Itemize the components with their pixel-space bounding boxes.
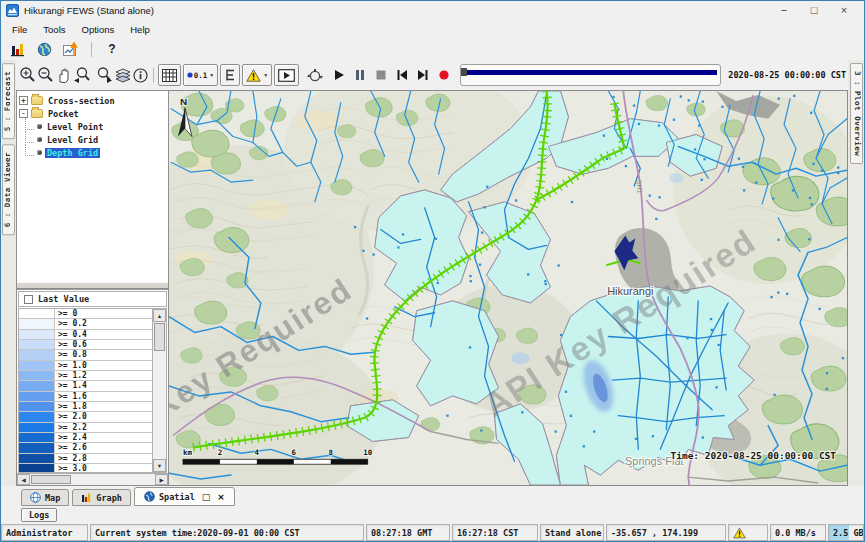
app-window: Hikurangi FEWS (Stand alone) − □ × File …: [0, 0, 865, 542]
logs-button[interactable]: Logs: [21, 508, 57, 522]
close-button[interactable]: ×: [829, 2, 859, 19]
legend-row[interactable]: >= 2.4: [19, 433, 152, 443]
play-button[interactable]: [332, 68, 346, 82]
tree-item-cross-section[interactable]: + Cross-section: [19, 94, 166, 107]
legend-row[interactable]: >= 1.8: [19, 402, 152, 412]
tab-close-icon[interactable]: ×: [217, 492, 225, 502]
legend-label: >= 2.6: [55, 443, 152, 452]
tab-graph[interactable]: Graph: [72, 489, 131, 506]
timeline-slider[interactable]: [460, 64, 721, 86]
expand-icon[interactable]: +: [19, 96, 28, 105]
tree-item-pocket[interactable]: - Pocket: [19, 107, 166, 120]
title-bar[interactable]: Hikurangi FEWS (Stand alone) − □ ×: [1, 1, 864, 20]
skip-end-button[interactable]: [416, 68, 430, 82]
grid-button[interactable]: [158, 64, 181, 86]
animation-window-button[interactable]: [274, 64, 299, 86]
profile-button[interactable]: [220, 64, 240, 86]
help-icon[interactable]: ?: [102, 40, 122, 58]
tab-plot-overview[interactable]: 3 : Plot Overview: [850, 63, 863, 164]
zoom-previous-icon[interactable]: [73, 63, 93, 87]
scrollbar-thumb[interactable]: [31, 475, 71, 484]
legend-vertical-scrollbar[interactable]: ▲ ▼: [152, 309, 166, 472]
tab-forecast[interactable]: 5 : Forecast: [2, 63, 15, 139]
legend-swatch: [19, 454, 55, 463]
tab-data-viewer[interactable]: 6 : Data Viewer: [2, 144, 15, 235]
map-view[interactable]: API Key Required API Key Required Hikura…: [169, 90, 848, 486]
zoom-out-icon[interactable]: [37, 63, 55, 87]
legend-label: >= 1.4: [55, 381, 152, 390]
record-button[interactable]: [437, 68, 451, 82]
warning-dropdown-button[interactable]: ▼: [242, 64, 272, 86]
tab-map[interactable]: Map: [21, 489, 69, 506]
legend-swatch: [19, 361, 55, 370]
tree-item-depth-grid[interactable]: Depth Grid: [19, 146, 166, 159]
scroll-down-icon[interactable]: ▼: [153, 459, 166, 472]
pause-button[interactable]: [353, 68, 367, 82]
stop-button[interactable]: [374, 68, 388, 82]
legend-row[interactable]: >= 1.2: [19, 371, 152, 381]
tab-maximize-icon[interactable]: □: [202, 492, 211, 502]
bar-chart-icon: [81, 492, 92, 503]
timeline-range-bar[interactable]: [464, 70, 717, 75]
main-toolbar: ?: [1, 38, 864, 60]
menu-help[interactable]: Help: [122, 22, 158, 37]
legend-row[interactable]: >= 1.6: [19, 392, 152, 402]
legend-row[interactable]: >= 0: [19, 309, 152, 319]
legend-row[interactable]: >= 0.8: [19, 350, 152, 360]
legend-swatch: [19, 371, 55, 380]
legend-row[interactable]: >= 2.6: [19, 443, 152, 453]
minimize-button[interactable]: −: [769, 2, 799, 19]
node-bullet-icon: [37, 150, 42, 155]
contour-dropdown-button[interactable]: 0.1 ▼: [183, 64, 219, 86]
collapse-icon[interactable]: -: [19, 109, 28, 118]
scroll-left-icon[interactable]: ◀: [17, 474, 30, 485]
logs-row: Logs: [1, 506, 864, 523]
legend-row[interactable]: >= 3.0: [19, 464, 152, 472]
legend-label: >= 2.4: [55, 433, 152, 442]
animation-loop-icon[interactable]: [306, 63, 324, 87]
pan-hand-icon[interactable]: [55, 63, 73, 87]
svg-text:10: 10: [363, 448, 373, 457]
info-icon[interactable]: [132, 63, 150, 87]
tree-item-level-grid[interactable]: Level Grid: [19, 133, 166, 146]
last-value-checkbox[interactable]: [24, 295, 33, 304]
panel-splitter[interactable]: [17, 282, 168, 289]
legend-row[interactable]: >= 0.6: [19, 340, 152, 350]
legend-swatch: [19, 309, 55, 318]
legend-row[interactable]: >= 0.2: [19, 319, 152, 329]
tree-item-level-point[interactable]: Level Point: [19, 120, 166, 133]
legend-row[interactable]: >= 1.4: [19, 381, 152, 391]
map-display-icon[interactable]: [34, 40, 54, 58]
status-mode: Stand alone: [540, 524, 604, 541]
legend-row[interactable]: >= 2.8: [19, 454, 152, 464]
skip-start-button[interactable]: [395, 68, 409, 82]
time-series-icon[interactable]: [61, 40, 81, 58]
menu-options[interactable]: Options: [74, 22, 123, 37]
chevron-down-icon: ▼: [209, 72, 214, 78]
data-display-icon[interactable]: [7, 40, 27, 58]
legend-horizontal-scrollbar[interactable]: ◀ ▶: [17, 473, 168, 485]
svg-text:km: km: [183, 448, 193, 457]
maximize-button[interactable]: □: [799, 2, 829, 19]
legend-swatch: [19, 402, 55, 411]
menu-file[interactable]: File: [4, 22, 35, 37]
layers-icon[interactable]: [114, 63, 132, 87]
status-coordinates: -35.657 , 174.199: [606, 524, 726, 541]
svg-text:2: 2: [218, 448, 223, 457]
zoom-next-icon[interactable]: [93, 63, 113, 87]
legend-row[interactable]: >= 0.4: [19, 330, 152, 340]
legend-swatch: [19, 350, 55, 359]
status-warning[interactable]: [728, 524, 768, 541]
legend-row[interactable]: >= 2.2: [19, 423, 152, 433]
legend-swatch: [19, 443, 55, 452]
tab-spatial[interactable]: Spatial □ ×: [134, 487, 235, 506]
legend-label: >= 0: [55, 309, 152, 318]
scroll-right-icon[interactable]: ▶: [155, 474, 168, 485]
legend-row[interactable]: >= 1.0: [19, 361, 152, 371]
map-svg: API Key Required API Key Required Hikura…: [169, 91, 847, 485]
zoom-in-icon[interactable]: [19, 63, 37, 87]
scrollbar-thumb[interactable]: [154, 323, 165, 351]
scroll-up-icon[interactable]: ▲: [153, 309, 166, 322]
menu-tools[interactable]: Tools: [35, 22, 73, 37]
legend-row[interactable]: >= 2.0: [19, 412, 152, 422]
